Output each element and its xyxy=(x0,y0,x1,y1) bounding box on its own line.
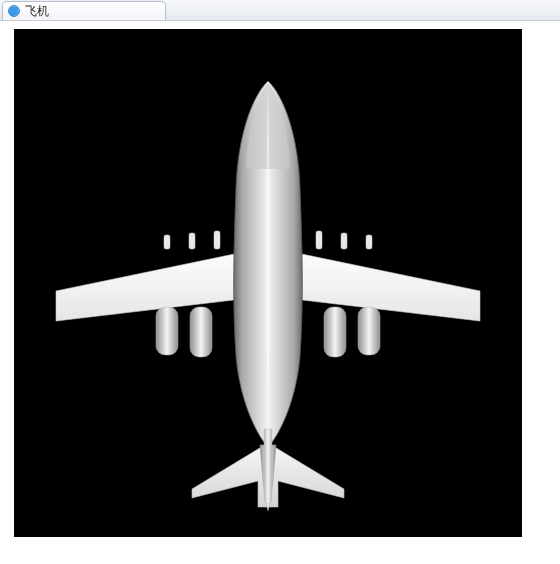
vertical-fin xyxy=(264,429,272,504)
canvas-area xyxy=(14,29,522,537)
svg-rect-2 xyxy=(164,235,170,249)
svg-rect-4 xyxy=(214,231,220,249)
airplane-illustration xyxy=(14,29,522,537)
tab-label: 飞机 xyxy=(25,3,49,20)
svg-rect-3 xyxy=(189,233,195,249)
svg-rect-9 xyxy=(190,307,212,357)
svg-rect-11 xyxy=(358,307,380,355)
svg-rect-7 xyxy=(366,235,372,249)
browser-window: 飞机 xyxy=(0,0,560,564)
svg-rect-10 xyxy=(324,307,346,357)
svg-rect-5 xyxy=(316,231,322,249)
tab-airplane[interactable]: 飞机 xyxy=(2,1,166,20)
globe-icon xyxy=(7,4,21,18)
svg-rect-6 xyxy=(341,233,347,249)
tab-bar: 飞机 xyxy=(0,0,560,21)
svg-rect-8 xyxy=(156,307,178,355)
page-content xyxy=(0,21,560,564)
